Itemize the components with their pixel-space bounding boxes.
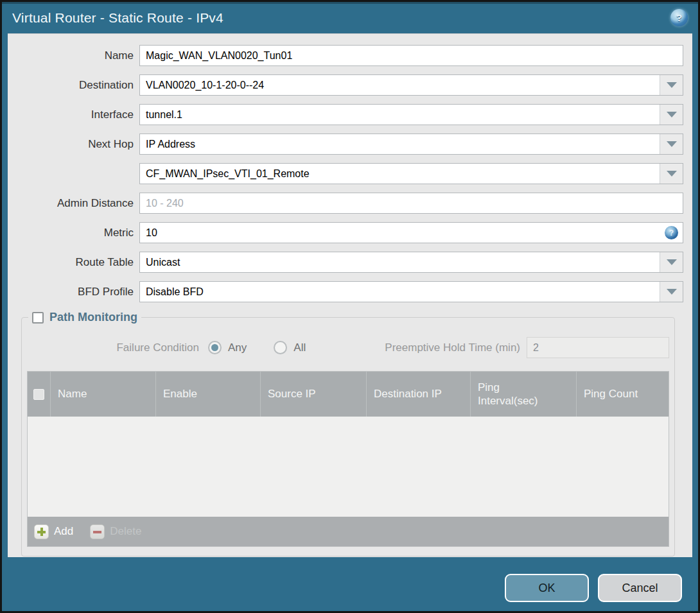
form-row-next-hop-address <box>8 163 683 184</box>
delete-button: Delete <box>90 524 141 539</box>
form-row-metric: Metric ? <box>8 222 683 243</box>
ok-button[interactable]: OK <box>505 574 589 602</box>
table-header-ping-interval: Ping Interval(sec) <box>470 372 576 417</box>
next-hop-type-input[interactable] <box>140 134 660 154</box>
form-row-bfd-profile: BFD Profile <box>8 281 683 302</box>
form-row-interface: Interface <box>8 104 683 125</box>
select-all-checkbox <box>33 389 44 400</box>
bfd-profile-dropdown-button[interactable] <box>660 282 683 302</box>
chevron-down-icon <box>667 259 677 265</box>
dialog-titlebar: Virtual Router - Static Route - IPv4 ? <box>2 2 698 33</box>
table-body-empty <box>28 417 669 517</box>
table-header-ping-count: Ping Count <box>576 372 669 417</box>
table-header-destination-ip: Destination IP <box>366 372 470 417</box>
interface-input[interactable] <box>140 105 660 125</box>
destination-label: Destination <box>8 79 134 92</box>
any-radio-label: Any <box>228 341 247 354</box>
path-monitoring-section: Path Monitoring Failure Condition Any Al… <box>21 311 675 557</box>
table-header-row: Name Enable Source IP Destination IP Pin… <box>28 372 669 417</box>
bfd-profile-label: BFD Profile <box>8 286 134 298</box>
route-table-input[interactable] <box>140 252 660 272</box>
metric-input[interactable] <box>139 222 683 243</box>
preemptive-hold-time-input <box>527 337 669 358</box>
route-table-label: Route Table <box>8 256 134 269</box>
form-row-route-table: Route Table <box>8 252 683 273</box>
help-icon: ? <box>676 12 682 23</box>
failure-condition-row: Failure Condition Any All Preemptive Hol… <box>27 337 669 358</box>
name-label: Name <box>8 49 134 62</box>
dialog-content: Name Destination Interface <box>8 33 692 557</box>
path-monitoring-table: Name Enable Source IP Destination IP Pin… <box>27 371 669 547</box>
failure-condition-label: Failure Condition <box>27 341 199 354</box>
metric-label: Metric <box>8 227 134 239</box>
chevron-down-icon <box>667 82 677 88</box>
next-hop-address-dropdown-button[interactable] <box>660 164 683 184</box>
admin-distance-label: Admin Distance <box>8 197 134 210</box>
preemptive-hold-time-group: Preemptive Hold Time (min) <box>385 337 669 358</box>
destination-input[interactable] <box>140 75 660 95</box>
table-header-enable: Enable <box>155 372 260 417</box>
path-monitoring-checkbox[interactable] <box>32 312 44 324</box>
radio-option-all: All <box>274 341 306 354</box>
table-header-source-ip: Source IP <box>260 372 366 417</box>
table-footer-bar: Add Delete <box>28 517 669 546</box>
path-monitoring-title: Path Monitoring <box>49 311 137 324</box>
name-input[interactable] <box>139 45 683 66</box>
add-button-label: Add <box>54 525 73 538</box>
cancel-button[interactable]: Cancel <box>598 574 682 602</box>
form-row-name: Name <box>8 45 683 66</box>
info-icon-glyph: ? <box>669 229 674 237</box>
table-header-select <box>28 372 50 417</box>
form-row-admin-distance: Admin Distance <box>8 193 683 214</box>
help-button[interactable]: ? <box>670 9 688 26</box>
chevron-down-icon <box>667 171 677 177</box>
table-header-name: Name <box>50 372 155 417</box>
form-row-next-hop: Next Hop <box>8 134 683 155</box>
plus-icon <box>34 524 49 539</box>
add-button[interactable]: Add <box>34 524 73 539</box>
dialog-title: Virtual Router - Static Route - IPv4 <box>12 10 223 26</box>
path-monitoring-legend: Path Monitoring <box>28 311 141 324</box>
bfd-profile-input[interactable] <box>140 282 660 302</box>
admin-distance-input[interactable] <box>139 193 683 214</box>
all-radio <box>274 341 287 354</box>
route-table-dropdown-button[interactable] <box>660 252 683 272</box>
chevron-down-icon <box>667 289 677 295</box>
metric-info-icon: ? <box>665 226 678 239</box>
next-hop-type-dropdown-button[interactable] <box>660 134 683 154</box>
preemptive-hold-time-label: Preemptive Hold Time (min) <box>385 341 520 354</box>
any-radio <box>208 341 222 354</box>
dialog-footer: OK Cancel <box>505 574 682 602</box>
static-route-dialog: Virtual Router - Static Route - IPv4 ? N… <box>0 0 700 613</box>
minus-icon <box>90 524 105 539</box>
interface-dropdown-button[interactable] <box>660 105 683 125</box>
destination-dropdown-button[interactable] <box>660 75 683 95</box>
chevron-down-icon <box>667 112 677 117</box>
all-radio-label: All <box>293 341 306 354</box>
failure-condition-radio-group: Any All <box>208 341 333 354</box>
next-hop-address-input[interactable] <box>140 164 660 184</box>
interface-label: Interface <box>8 108 134 121</box>
next-hop-label: Next Hop <box>8 138 134 151</box>
delete-button-label: Delete <box>110 525 141 538</box>
chevron-down-icon <box>667 141 677 147</box>
form-row-destination: Destination <box>8 74 683 96</box>
radio-option-any: Any <box>208 341 247 354</box>
